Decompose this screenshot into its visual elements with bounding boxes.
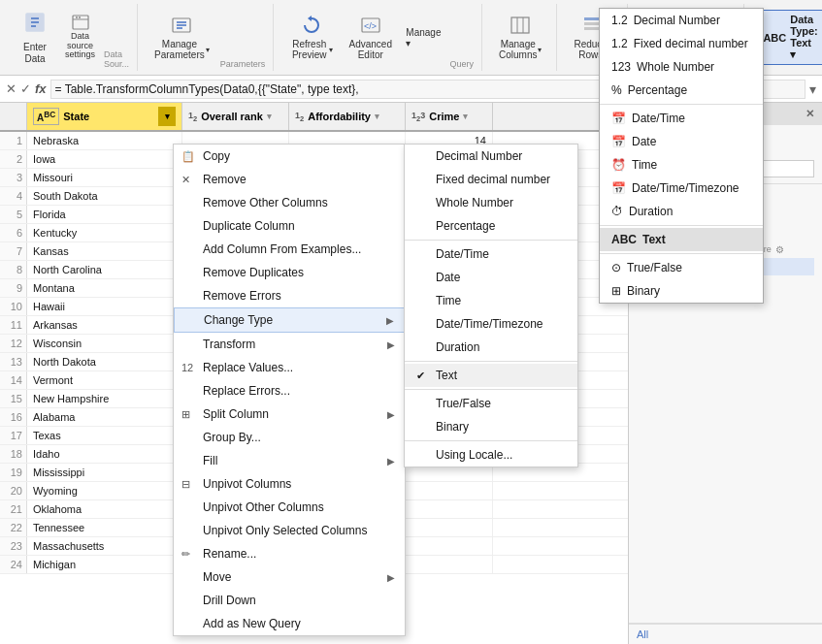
ctx-item-remove[interactable]: ✕Remove	[174, 168, 405, 191]
state-cell: Wisconsin	[27, 335, 182, 352]
advanced-editor-button[interactable]: </> Advanced Editor	[344, 10, 397, 65]
formula-confirm-icon[interactable]: ✓	[20, 81, 31, 96]
refresh-preview-button[interactable]: Refresh Preview ▾	[283, 10, 340, 65]
state-cell: Florida	[27, 206, 182, 223]
submenu-arrow: ▶	[387, 339, 395, 350]
dt-decimal[interactable]: 1.2Decimal Number	[600, 9, 763, 32]
ctx-label: Duplicate Column	[203, 219, 295, 233]
formula-expand-icon[interactable]: ▾	[809, 81, 816, 97]
afford-column-header[interactable]: 12 Affordability ▾	[289, 103, 406, 130]
ctx-item-move[interactable]: Move▶	[174, 565, 405, 589]
dt-datetime[interactable]: 📅Date/Time	[600, 107, 763, 130]
state-cell: Texas	[27, 427, 182, 444]
ctx-item-remove_errors[interactable]: Remove Errors	[174, 284, 405, 307]
ctx-item-duplicate[interactable]: Duplicate Column	[174, 214, 405, 238]
row-number: 8	[0, 261, 27, 278]
row-number: 1	[0, 132, 27, 149]
sub-item-true_false[interactable]: True/False	[405, 392, 577, 415]
sub-item-time[interactable]: Time	[405, 289, 577, 312]
ctx-item-replace_errors[interactable]: Replace Errors...	[174, 379, 405, 402]
state-cell: Kansas	[27, 242, 182, 260]
enter-data-button[interactable]: Enter Data	[14, 6, 56, 70]
sub-label: Percentage	[436, 219, 495, 233]
dt-time[interactable]: ⏰Time	[600, 153, 763, 177]
state-col-dropdown-btn[interactable]: ▾	[158, 107, 176, 126]
sub-item-date[interactable]: Date	[405, 266, 577, 289]
manage-label: Manage ▾	[406, 27, 441, 48]
manage-button[interactable]: Manage ▾	[401, 25, 445, 50]
ctx-label: Split Column	[203, 407, 269, 421]
svg-point-7	[79, 16, 81, 18]
ctx-label: Move	[203, 570, 231, 584]
dt-percentage[interactable]: %Percentage	[600, 79, 763, 102]
dt-duration[interactable]: ⏱Duration	[600, 200, 763, 223]
manage-parameters-button[interactable]: Manage Parameters ▾	[148, 10, 216, 65]
dt-text[interactable]: ABCText	[600, 228, 763, 251]
state-col-label: State	[63, 111, 89, 122]
ctx-item-fill[interactable]: Fill▶	[174, 449, 405, 472]
ctx-item-copy[interactable]: 📋Copy	[174, 145, 405, 168]
ctx-item-drill_down[interactable]: Drill Down	[174, 589, 405, 612]
row-number: 4	[0, 187, 27, 205]
ctx-item-remove_other[interactable]: Remove Other Columns	[174, 191, 405, 214]
ctx-item-remove_duplicates[interactable]: Remove Duplicates	[174, 261, 405, 284]
ctx-item-replace_values[interactable]: 12Replace Values...	[174, 356, 405, 379]
rank-col-dropdown[interactable]: ▾	[267, 112, 272, 121]
submenu-arrow: ▶	[386, 315, 394, 326]
sub-item-using_locale[interactable]: Using Locale...	[405, 443, 577, 467]
dt-fixed-decimal[interactable]: 1.2Fixed decimal number	[600, 32, 763, 55]
dt-date[interactable]: 📅Date	[600, 130, 763, 153]
close-panel-button[interactable]: ✕	[806, 108, 814, 120]
dt-binary[interactable]: ⊞Binary	[600, 279, 763, 303]
manage-columns-button[interactable]: Manage Columns ▾	[492, 10, 548, 65]
data-source-settings-button[interactable]: Data source settings	[60, 13, 100, 63]
state-cell: Oklahoma	[27, 500, 182, 518]
ctx-item-rename[interactable]: ✏Rename...	[174, 542, 405, 565]
row-number: 20	[0, 482, 27, 499]
dt-datetime-tz[interactable]: 📅Date/Time/Timezone	[600, 177, 763, 200]
svg-text:</>: </>	[364, 21, 377, 31]
sub-item-binary[interactable]: Binary	[405, 415, 577, 438]
sub-item-decimal[interactable]: Decimal Number	[405, 145, 577, 168]
sub-item-whole[interactable]: Whole Number	[405, 191, 577, 214]
row-number: 7	[0, 242, 27, 260]
crime-column-header[interactable]: 123 Crime ▾	[406, 103, 493, 130]
rank-column-header[interactable]: 12 Overall rank ▾	[182, 103, 289, 130]
sub-item-datetime_tz[interactable]: Date/Time/Timezone	[405, 312, 577, 336]
toolbar-group-query: Refresh Preview ▾ </> Advanced Editor Ma…	[276, 4, 482, 71]
sub-separator	[405, 440, 577, 441]
step-gear-icon[interactable]: ⚙	[775, 244, 784, 255]
row-number: 21	[0, 500, 27, 518]
ctx-label: Drill Down	[203, 594, 256, 607]
ctx-item-group_by[interactable]: Group By...	[174, 426, 405, 449]
ctx-item-unpivot_other[interactable]: Unpivot Other Columns	[174, 496, 405, 519]
afford-col-type: 12	[295, 111, 304, 123]
ctx-icon: ✏	[181, 548, 190, 561]
ctx-item-change_type[interactable]: Change Type▶	[174, 307, 405, 333]
state-cell: South Dakota	[27, 187, 182, 205]
afford-col-dropdown[interactable]: ▾	[375, 112, 379, 121]
datatype-icon: ABC	[763, 32, 786, 44]
ctx-item-add_as_query[interactable]: Add as New Query	[174, 612, 405, 635]
dt-whole[interactable]: 123Whole Number	[600, 55, 763, 79]
ctx-item-add_from_examples[interactable]: Add Column From Examples...	[174, 238, 405, 261]
formula-cancel-icon[interactable]: ✕	[6, 81, 16, 96]
ctx-item-transform[interactable]: Transform▶	[174, 333, 405, 356]
datatype-button[interactable]: ABC Data Type: Text ▾	[754, 10, 822, 65]
ctx-item-unpivot_columns[interactable]: ⊟Unpivot Columns	[174, 472, 405, 496]
sub-item-datetime[interactable]: Date/Time	[405, 242, 577, 266]
crime-col-dropdown[interactable]: ▾	[463, 112, 468, 121]
ctx-item-unpivot_selected[interactable]: Unpivot Only Selected Columns	[174, 519, 405, 542]
state-column-header[interactable]: ABC State ▾	[27, 103, 182, 130]
ctx-icon: ✕	[181, 174, 190, 186]
ctx-label: Remove Duplicates	[203, 266, 304, 279]
sub-item-percentage[interactable]: Percentage	[405, 214, 577, 238]
sub-item-duration[interactable]: Duration	[405, 336, 577, 359]
all-queries-button[interactable]: All	[629, 624, 822, 644]
sub-item-text[interactable]: ✔Text	[405, 364, 577, 387]
ctx-item-split_column[interactable]: ⊞Split Column▶	[174, 402, 405, 426]
sub-item-fixed_decimal[interactable]: Fixed decimal number	[405, 168, 577, 191]
submenu-arrow: ▶	[387, 456, 395, 467]
row-number: 18	[0, 445, 27, 463]
dt-true-false[interactable]: ⊙True/False	[600, 256, 763, 279]
